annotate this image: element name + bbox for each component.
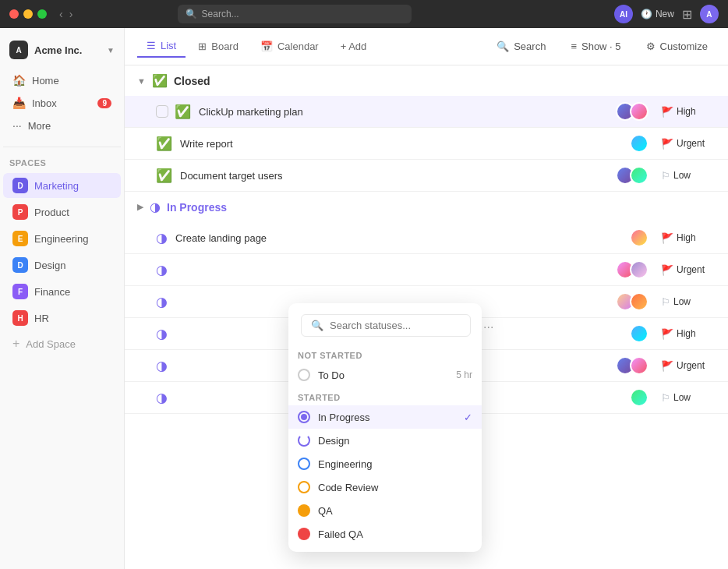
task-closed-status-icon[interactable]: ✅ xyxy=(156,168,172,184)
sidebar-item-design[interactable]: D Design xyxy=(3,253,121,277)
qa-status-icon xyxy=(298,504,310,517)
marketing-space-label: Marketing xyxy=(34,180,79,192)
design-status-icon xyxy=(298,434,310,447)
table-row[interactable]: ⠿ ✅ Write report 🚩 Urgent xyxy=(125,128,728,160)
status-search-input[interactable] xyxy=(330,320,461,331)
task-inprogress-status-icon[interactable]: ◑ xyxy=(156,262,168,278)
avatar xyxy=(630,324,648,343)
priority-badge: ⚐ Low xyxy=(661,296,716,308)
task-closed-status-icon[interactable]: ✅ xyxy=(175,104,191,120)
qa-label: QA xyxy=(318,505,333,517)
inbox-icon: 📥 xyxy=(12,97,26,109)
tab-calendar[interactable]: 📅 Calendar xyxy=(251,36,328,57)
add-view-button[interactable]: + Add xyxy=(331,36,376,57)
priority-label: Urgent xyxy=(677,360,705,371)
status-engineering-item[interactable]: Engineering xyxy=(288,452,482,475)
task-assignees xyxy=(616,356,648,375)
grid-icon[interactable]: ⊞ xyxy=(682,7,692,22)
engineering-status-icon xyxy=(298,458,310,470)
task-closed-status-icon[interactable]: ✅ xyxy=(156,136,172,152)
priority-badge: 🚩 Urgent xyxy=(661,360,716,372)
status-qa-item[interactable]: QA xyxy=(288,499,482,522)
global-search-bar[interactable]: 🔍 Search... xyxy=(178,5,412,23)
task-inprogress-status-icon[interactable]: ◑ xyxy=(156,358,168,374)
priority-label: High xyxy=(677,106,696,117)
codereview-status-icon xyxy=(298,481,310,493)
table-row[interactable]: ⠿ ◑ 🚩 Urgent xyxy=(125,254,728,286)
task-name: Create landing page xyxy=(175,232,630,244)
status-inprogress-item[interactable]: In Progress ✓ xyxy=(288,405,482,429)
add-space-label: Add Space xyxy=(26,338,76,350)
not-started-section-label: NOT STARTED xyxy=(288,345,482,363)
task-assignees xyxy=(616,102,648,121)
sidebar-item-engineering[interactable]: E Engineering xyxy=(3,226,121,251)
table-row[interactable]: ⠿ ✅ Document target users ⚐ Low xyxy=(125,160,728,192)
task-checkbox[interactable] xyxy=(156,105,168,118)
status-todo-item[interactable]: To Do 5 hr xyxy=(288,363,482,387)
sidebar-item-more[interactable]: ··· More xyxy=(3,115,121,136)
table-row[interactable]: ⠿ ✅ ClickUp marketing plan 🚩 High xyxy=(125,96,728,128)
status-search-icon: 🔍 xyxy=(311,320,323,331)
task-inprogress-status-icon[interactable]: ◑ xyxy=(156,326,168,342)
avatar xyxy=(630,388,648,407)
avatar xyxy=(630,228,648,247)
task-assignees xyxy=(616,260,648,279)
priority-flag-icon: 🚩 xyxy=(661,106,673,118)
closed-section-header[interactable]: ▼ ✅ Closed xyxy=(125,65,728,96)
task-inprogress-status-icon[interactable]: ◑ xyxy=(156,294,168,310)
task-inprogress-status-icon[interactable]: ◑ xyxy=(156,230,168,246)
tab-list[interactable]: ☰ List xyxy=(137,35,186,58)
sidebar: A Acme Inc. ▼ 🏠 Home 📥 Inbox 9 ··· More … xyxy=(0,28,125,569)
task-inprogress-status-icon[interactable]: ◑ xyxy=(156,390,168,406)
priority-badge: 🚩 High xyxy=(661,232,716,244)
search-icon: 🔍 xyxy=(186,9,197,19)
sidebar-item-finance[interactable]: F Finance xyxy=(3,279,121,304)
workspace-selector[interactable]: A Acme Inc. ▼ xyxy=(0,34,124,65)
user-avatar[interactable]: A xyxy=(700,5,719,23)
status-design-item[interactable]: Design xyxy=(288,429,482,452)
task-name: Write report xyxy=(180,138,630,150)
hr-space-label: HR xyxy=(34,313,49,324)
sidebar-item-marketing[interactable]: D Marketing xyxy=(3,173,121,198)
back-icon[interactable]: ‹ xyxy=(59,8,63,20)
search-button[interactable]: 🔍 Search xyxy=(489,37,553,56)
status-failedqa-item[interactable]: Failed QA xyxy=(288,522,482,546)
customize-button[interactable]: ⚙ Customize xyxy=(638,37,716,56)
table-row[interactable]: ⠿ ◑ Create landing page 🚩 High xyxy=(125,222,728,254)
customize-icon: ⚙ xyxy=(646,41,656,52)
dropdown-more-button[interactable]: ··· xyxy=(480,320,497,335)
sidebar-item-home-label: Home xyxy=(32,75,59,87)
priority-flag-icon: 🚩 xyxy=(661,328,673,340)
board-tab-icon: ⊞ xyxy=(198,41,207,52)
priority-label: Low xyxy=(673,170,691,181)
forward-icon[interactable]: › xyxy=(69,8,73,20)
sidebar-item-hr[interactable]: H HR xyxy=(3,306,121,330)
close-window-button[interactable] xyxy=(9,9,19,19)
minimize-window-button[interactable] xyxy=(23,9,33,19)
ai-button[interactable]: AI xyxy=(614,5,633,23)
show-button[interactable]: ≡ Show · 5 xyxy=(563,37,628,56)
show-icon: ≡ xyxy=(571,41,577,52)
codereview-label: Code Review xyxy=(318,482,378,493)
new-button[interactable]: 🕐 New xyxy=(641,9,674,19)
add-space-button[interactable]: + Add Space xyxy=(3,332,121,355)
sidebar-item-product[interactable]: P Product xyxy=(3,200,121,224)
view-toolbar: ☰ List ⊞ Board 📅 Calendar + Add 🔍 Search xyxy=(125,28,728,65)
priority-badge: 🚩 Urgent xyxy=(661,138,716,150)
priority-flag-icon: ⚐ xyxy=(661,392,670,404)
sidebar-divider xyxy=(3,147,121,147)
inprogress-section-header[interactable]: ▶ ◑ In Progress xyxy=(125,192,728,222)
status-codereview-item[interactable]: Code Review xyxy=(288,475,482,499)
engineering-space-label: Engineering xyxy=(34,233,88,245)
sidebar-item-home[interactable]: 🏠 Home xyxy=(3,69,121,91)
clock-icon: 🕐 xyxy=(641,9,652,19)
maximize-window-button[interactable] xyxy=(37,9,47,19)
status-search-field[interactable]: 🔍 xyxy=(301,314,471,337)
sidebar-item-inbox[interactable]: 📥 Inbox 9 xyxy=(3,92,121,114)
closed-section-chevron-icon: ▼ xyxy=(137,76,146,86)
app-layout: A Acme Inc. ▼ 🏠 Home 📥 Inbox 9 ··· More … xyxy=(0,28,728,569)
tab-board[interactable]: ⊞ Board xyxy=(189,36,248,57)
add-space-plus-icon: + xyxy=(12,337,19,351)
priority-flag-icon: ⚐ xyxy=(661,170,670,182)
design-space-icon: D xyxy=(12,257,28,273)
